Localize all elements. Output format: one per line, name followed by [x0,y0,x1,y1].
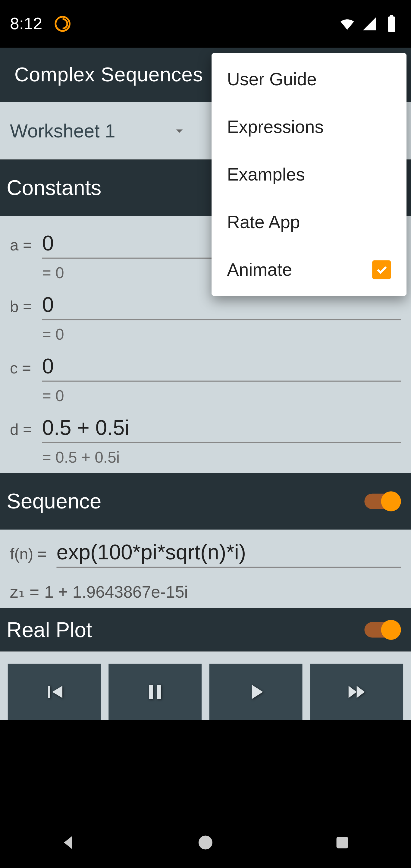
skip-previous-button[interactable] [8,664,101,720]
menu-item-label: Examples [227,164,305,185]
menu-animate[interactable]: Animate [212,246,407,293]
player-controls [0,651,411,720]
app-title: Complex Sequences [14,63,203,87]
play-button[interactable] [210,664,303,720]
svg-rect-1 [388,17,395,32]
constant-b-input[interactable] [42,292,401,320]
constant-a-label: a = [10,237,42,254]
constant-b-label: b = [10,298,42,316]
wifi-icon [338,14,356,33]
fast-forward-button[interactable] [310,664,403,720]
fn-input[interactable] [56,539,401,568]
nav-bar [0,818,411,867]
section-sequence-header: Sequence [0,473,411,530]
sequence-toggle[interactable] [364,491,401,511]
svg-point-3 [198,836,213,849]
menu-expressions[interactable]: Expressions [212,103,407,151]
constant-d-label: d = [10,421,42,439]
chevron-down-icon [168,120,191,142]
nav-recent-icon[interactable] [330,830,355,855]
battery-icon [382,14,401,33]
status-bar: 8:12 [0,0,411,48]
constant-b-result: = 0 [10,320,401,346]
worksheet-label: Worksheet 1 [10,120,168,142]
section-realplot-header: Real Plot [0,608,411,651]
nav-back-icon[interactable] [56,830,81,855]
menu-examples[interactable]: Examples [212,151,407,198]
realplot-toggle[interactable] [364,620,401,640]
overflow-menu: User Guide Expressions Examples Rate App… [212,53,407,296]
constant-c-result: = 0 [10,381,401,407]
pause-button[interactable] [108,664,201,720]
realplot-title: Real Plot [7,618,364,642]
app-status-icon [53,14,72,33]
constant-d-input[interactable] [42,415,401,443]
svg-rect-4 [337,837,348,848]
constant-c-input[interactable] [42,353,401,382]
constant-d-result: = 0.5 + 0.5i [10,443,401,469]
constant-row-c: c = [10,346,401,381]
svg-rect-2 [390,15,393,17]
menu-item-label: Expressions [227,117,324,137]
constant-row-d: d = [10,407,401,443]
checkbox-checked-icon [372,260,391,279]
menu-rate-app[interactable]: Rate App [212,198,407,246]
z1-label: z₁ = [10,582,44,601]
fn-label: f(n) = [10,546,56,563]
menu-item-label: Rate App [227,212,300,232]
z1-value: 1 + 1.9643867e-15i [44,583,188,601]
menu-user-guide[interactable]: User Guide [212,56,407,103]
nav-home-icon[interactable] [193,830,218,855]
sequence-title: Sequence [7,490,364,513]
constant-c-label: c = [10,360,42,377]
menu-item-label: Animate [227,259,292,280]
status-time: 8:12 [10,14,42,33]
menu-item-label: User Guide [227,69,317,90]
sequence-area: f(n) = z₁ = 1 + 1.9643867e-15i [0,530,411,608]
signal-icon [360,14,379,33]
